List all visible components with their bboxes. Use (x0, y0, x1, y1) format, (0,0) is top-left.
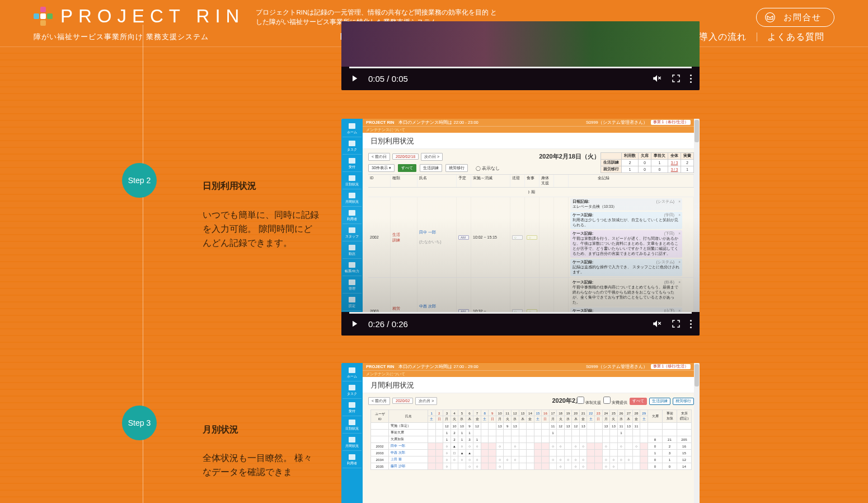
nav-faq[interactable]: よくある質問 (757, 32, 834, 41)
filter-all[interactable]: すべて (398, 164, 416, 172)
scrollbar[interactable] (694, 119, 700, 312)
sidebar-item[interactable]: 勤怠 (342, 243, 362, 259)
sidebar-item[interactable]: 受付 (342, 156, 362, 172)
scrollbar[interactable] (694, 363, 700, 503)
radio-none[interactable]: ◯ 表示なし (476, 165, 500, 171)
sidebar-item[interactable]: 月間状況 (342, 190, 362, 207)
play-icon[interactable] (349, 73, 359, 83)
video-step2: ホームタスク受付日別状況月間状況利用者スタッフ勤怠帳票/出力管理設定 PROJE… (341, 119, 700, 336)
step2-title: 日別利用状況 (203, 180, 256, 192)
svg-point-0 (766, 13, 775, 22)
contact-button[interactable]: お問合せ (756, 8, 834, 27)
brand-title: PROJECT RIN (60, 6, 245, 27)
app-subbar: メンテナンスについて (363, 126, 700, 133)
page-body: 0:05 / 0:05 Step 2 日別利用状況 いつでも簡単に、同時に記録を… (0, 47, 868, 503)
pill-all[interactable]: すべて (630, 398, 647, 405)
sidebar-item[interactable]: 設定 (342, 295, 362, 311)
filter-work[interactable]: 就労移行 (445, 164, 468, 172)
app-brand: PROJECT RIN (366, 120, 394, 125)
app-maint-msg: 本日のメンテナンス時間は 27:00 - 29:00 (398, 364, 586, 370)
fullscreen-icon[interactable] (671, 73, 681, 83)
next-month-button[interactable]: 次の月 > (415, 397, 437, 405)
video-time: 0:05 / 0:05 (368, 74, 408, 83)
table-header: ID種類氏名予定実施～消滅送迎食事身体 支援 全記録 (368, 174, 694, 188)
filter-life[interactable]: 生活訓練 (420, 164, 442, 172)
more-icon[interactable] (690, 320, 692, 328)
count-dropdown[interactable]: 30件表示 ▾ (368, 164, 395, 172)
fullscreen-icon[interactable] (671, 319, 681, 329)
table-row: 2003就労移行中西 次郎(なかにしじろ)AM10:32 ~○○ケース記録:(鈴… (368, 278, 694, 312)
sidebar-item[interactable]: 帳票/出力 (342, 260, 362, 276)
video-controls: 0:26 / 0:26 (341, 312, 700, 336)
sidebar-item[interactable]: スタッフ (342, 225, 362, 241)
sidebar-item[interactable]: タスク (342, 383, 362, 399)
sidebar-item[interactable]: 日別状況 (342, 173, 362, 189)
play-icon[interactable] (349, 319, 359, 329)
app-screenshot-daily: ホームタスク受付日別状況月間状況利用者スタッフ勤怠帳票/出力管理設定 PROJE… (341, 119, 700, 312)
sidebar-item[interactable]: 日別状況 (342, 417, 362, 434)
app-screenshot-monthly: ホームタスク受付日別状況月間状況利用者 PROJECT RIN 本日のメンテナン… (341, 363, 700, 503)
app-user: S0999（システム管理者さん） (586, 364, 648, 370)
sidebar-item[interactable]: ホーム (342, 121, 362, 137)
prev-month-button[interactable]: < 前の月 (368, 397, 390, 405)
app-maint-link[interactable]: メンテナンスについて (366, 371, 405, 377)
app-division[interactable]: 事業 1（移行/生活） (651, 364, 691, 369)
pill-work[interactable]: 就労移行 (673, 398, 694, 405)
video-controls: 0:05 / 0:05 (341, 67, 700, 90)
app-maint-link[interactable]: メンテナンスについて (366, 127, 405, 133)
next-day-button[interactable]: 次の日 > (421, 153, 443, 161)
sidebar-item[interactable]: タスク (342, 138, 362, 155)
step3-title: 月別状況 (203, 424, 238, 436)
more-icon[interactable] (690, 74, 692, 83)
sidebar-item[interactable]: 受付 (342, 400, 362, 416)
month-input[interactable]: 2020/02 (392, 398, 413, 404)
prev-day-button[interactable]: < 前の日 (368, 153, 390, 161)
month-table: ユーザID氏名123456789101112131415161718192021… (370, 409, 692, 470)
video-step1: 0:05 / 0:05 (341, 21, 700, 90)
sidebar-item[interactable]: 管理 (342, 277, 362, 294)
brand-subhead: 障がい福祉サービス事業所向け 業務支援システム (34, 32, 209, 42)
video-step3: ホームタスク受付日別状況月間状況利用者 PROJECT RIN 本日のメンテナン… (341, 363, 700, 503)
app-sidebar: ホームタスク受付日別状況月間状況利用者スタッフ勤怠帳票/出力管理設定 (341, 119, 363, 312)
step2-desc: いつでも簡単に、同時に記録を入力可能。 隙間時間にどんどん記録できます。 (203, 208, 320, 250)
video-progress[interactable] (349, 312, 692, 314)
stats-table: 利用数欠席事前欠全体実費生活訓練2013 / 32就労移行1003 / 31 (600, 152, 694, 173)
app-sidebar: ホームタスク受付日別状況月間状況利用者 (341, 363, 363, 503)
step3-desc: 全体状況も一目瞭然。 様々なデータを確認できま (203, 451, 320, 479)
mail-icon (764, 12, 776, 23)
step2-badge-label: Step 2 (128, 176, 151, 185)
app-maint-msg: 本日のメンテナンス時間は 22:00 - 23:00 (398, 120, 586, 125)
sidebar-item[interactable]: 利用者 (342, 208, 362, 224)
app-topbar: PROJECT RIN 本日のメンテナンス時間は 27:00 - 29:00 S… (363, 363, 700, 370)
app-page-title: 日別利用状況 (363, 133, 700, 149)
table-row: 2002生活訓練田中 一郎(たなかいち)AM10:02 ~ 15:15○○日報記… (368, 197, 694, 278)
sidebar-item[interactable]: 月間状況 (342, 435, 362, 451)
app-division[interactable]: 事業 1（各行/生活） (651, 120, 691, 125)
step3-badge: Step 3 (122, 406, 157, 440)
app-page-title: 月間利用状況 (363, 377, 700, 393)
logo-icon (34, 7, 54, 27)
app-brand: PROJECT RIN (366, 364, 394, 369)
pill-life[interactable]: 生活訓練 (649, 398, 670, 405)
step2-badge: Step 2 (122, 163, 157, 198)
app-subbar: メンテナンスについて (363, 370, 700, 377)
mute-icon[interactable] (652, 319, 662, 329)
mute-icon[interactable] (652, 73, 662, 83)
video-progress[interactable] (349, 67, 692, 68)
contact-label: お問合せ (783, 12, 822, 23)
video-thumb (341, 21, 700, 67)
sidebar-item[interactable]: 利用者 (342, 452, 362, 468)
app-user: S0999（システム管理者さん） (586, 120, 648, 125)
step3-badge-label: Step 3 (128, 418, 151, 427)
app-topbar: PROJECT RIN 本日のメンテナンス時間は 22:00 - 23:00 S… (363, 119, 700, 126)
chk-support[interactable]: 体制支援 (577, 397, 601, 406)
chk-cost[interactable]: 実費提供 (603, 397, 627, 406)
sidebar-item[interactable]: ホーム (342, 365, 362, 381)
date-input[interactable]: 2020/02/18 (392, 153, 419, 160)
video-time: 0:26 / 0:26 (368, 319, 408, 329)
table-category: ト期 (368, 188, 694, 197)
